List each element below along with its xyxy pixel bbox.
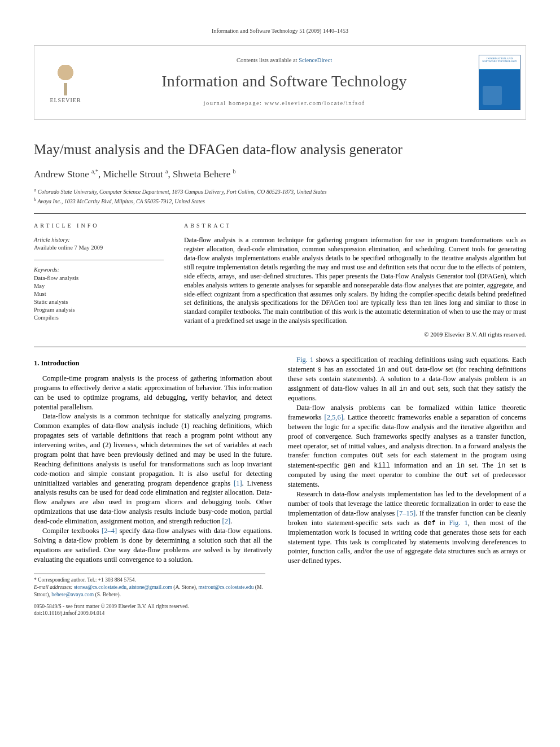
journal-masthead: ELSEVIER Contents lists available at Sci…	[34, 45, 526, 120]
code-token: in	[377, 366, 385, 374]
code-token: out	[423, 385, 435, 393]
contents-prefix: Contents lists available at	[237, 57, 299, 63]
email-addresses-line: E-mail addresses: stonea@cs.colostate.ed…	[34, 584, 265, 599]
abstract-block: ABSTRACT Data-flow analysis is a common …	[184, 222, 526, 339]
section-heading-introduction: 1. Introduction	[34, 359, 272, 368]
email-link[interactable]: mstrout@cs.colostate.edu	[199, 584, 254, 590]
keywords-block: Keywords: Data-flow analysisMayMustStati…	[34, 266, 164, 322]
citation-link[interactable]: [1]	[234, 479, 242, 487]
running-head: Information and Software Technology 51 (…	[34, 27, 526, 35]
publisher-logo: ELSEVIER	[34, 55, 97, 110]
affiliation-line: a Colorado State University, Computer Sc…	[34, 187, 526, 196]
code-token: in	[497, 462, 505, 470]
abstract-text: Data-flow analysis is a common technique…	[184, 236, 526, 326]
code-token: gen	[343, 462, 356, 470]
figure-link[interactable]: Fig. 1	[296, 356, 313, 364]
article-body: 1. Introduction Compile-time program ana…	[34, 355, 526, 566]
code-token: s	[318, 366, 322, 374]
code-token: def	[423, 519, 436, 527]
body-paragraph: Fig. 1 shows a specification of reaching…	[288, 355, 526, 403]
email-link[interactable]: aistone@gmail.com	[129, 584, 172, 590]
article-title: May/must analysis and the DFAGen data-fl…	[34, 140, 526, 159]
code-token: in	[399, 385, 407, 393]
article-info-head: ARTICLE INFO	[34, 222, 164, 230]
affiliations: a Colorado State University, Computer Sc…	[34, 187, 526, 206]
keyword-item: Must	[34, 290, 164, 298]
sciencedirect-link[interactable]: ScienceDirect	[299, 57, 332, 63]
code-token: in	[457, 462, 465, 470]
citation-link[interactable]: [2,5,6]	[325, 413, 343, 421]
journal-name: Information and Software Technology	[101, 71, 467, 92]
copyright-line: © 2009 Elsevier B.V. All rights reserved…	[184, 330, 526, 339]
article-history-label: Article history:	[34, 236, 164, 244]
journal-homepage: journal homepage: www.elsevier.com/locat…	[101, 99, 467, 107]
author-list: Andrew Stone a,*, Michelle Strout a, Shw…	[34, 168, 526, 181]
code-token: out	[401, 366, 413, 374]
figure-link[interactable]: Fig. 1	[449, 519, 468, 527]
publisher-name: ELSEVIER	[41, 97, 90, 104]
code-token: out	[371, 452, 384, 460]
elsevier-tree-icon	[50, 63, 81, 95]
body-paragraph: Research in data-flow analysis implement…	[288, 490, 526, 566]
body-paragraph: Data-flow analysis is a common technique…	[34, 412, 272, 526]
keywords-label: Keywords:	[34, 266, 164, 274]
body-paragraph: Compile-time program analysis is the pro…	[34, 374, 272, 412]
article-history-line: Available online 7 May 2009	[34, 244, 164, 252]
article-info-block: ARTICLE INFO Article history: Available …	[34, 222, 164, 339]
citation-link[interactable]: [2]	[222, 517, 231, 525]
code-token: out	[456, 471, 468, 479]
corresponding-author-note: * Corresponding author. Tel.: +1 303 884…	[34, 576, 265, 584]
cover-art-icon	[483, 86, 502, 105]
keyword-item: Static analysis	[34, 298, 164, 306]
contents-available-line: Contents lists available at ScienceDirec…	[101, 56, 467, 64]
affiliation-line: b Avaya Inc., 1033 McCarthy Blvd, Milpit…	[34, 196, 526, 206]
cover-thumbnail-cell: INFORMATION AND SOFTWARE TECHNOLOGY	[472, 46, 526, 119]
doi-line: doi:10.1016/j.infsof.2009.04.014	[34, 610, 526, 617]
issn-line: 0950-5849/$ - see front matter © 2009 El…	[34, 603, 526, 610]
email-link[interactable]: stonea@cs.colostate.edu	[74, 584, 126, 590]
code-token: kill	[374, 462, 390, 470]
abstract-head: ABSTRACT	[184, 222, 526, 230]
journal-cover-thumbnail: INFORMATION AND SOFTWARE TECHNOLOGY	[479, 55, 520, 110]
masthead-center: Contents lists available at ScienceDirec…	[97, 50, 472, 114]
body-paragraph: Compiler textbooks [2–4] specify data-fl…	[34, 526, 272, 565]
front-matter-footer: 0950-5849/$ - see front matter © 2009 El…	[34, 603, 526, 618]
keyword-item: Compilers	[34, 314, 164, 322]
keyword-item: May	[34, 282, 164, 290]
citation-link[interactable]: [2–4]	[102, 527, 117, 535]
cover-caption: INFORMATION AND SOFTWARE TECHNOLOGY	[482, 57, 518, 63]
email-link[interactable]: behere@avaya.com	[51, 592, 94, 597]
footnotes: * Corresponding author. Tel.: +1 303 884…	[34, 574, 265, 598]
citation-link[interactable]: [7–15]	[397, 509, 415, 517]
article-meta-row: ARTICLE INFO Article history: Available …	[34, 222, 526, 339]
email-label: E-mail addresses:	[34, 584, 73, 590]
keyword-item: Data-flow analysis	[34, 274, 164, 282]
keyword-item: Program analysis	[34, 306, 164, 314]
body-paragraph: Data-flow analysis problems can be forma…	[288, 403, 526, 490]
